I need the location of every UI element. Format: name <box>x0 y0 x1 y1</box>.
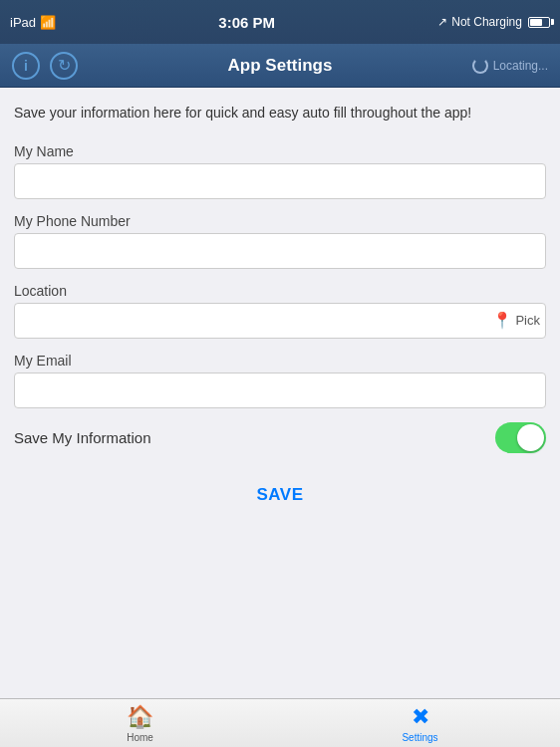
carrier-label: iPad <box>10 15 36 30</box>
email-field-group: My Email <box>14 353 546 408</box>
pin-icon: 📍 <box>492 311 512 330</box>
info-button[interactable]: i <box>12 52 40 80</box>
email-input[interactable] <box>14 373 546 408</box>
tab-settings[interactable]: ✖ Settings <box>280 700 560 747</box>
status-time: 3:06 PM <box>218 14 275 31</box>
phone-field-group: My Phone Number <box>14 213 546 269</box>
status-left: iPad 📶 <box>10 15 56 30</box>
location-field-group: Location 📍 Pick <box>14 283 546 339</box>
content-area: Save your information here for quick and… <box>0 88 560 698</box>
location-wrapper: 📍 Pick <box>14 303 546 339</box>
settings-tab-label: Settings <box>402 732 437 743</box>
name-input[interactable] <box>14 163 546 199</box>
home-tab-label: Home <box>127 732 153 743</box>
refresh-button[interactable]: ↻ <box>50 52 78 80</box>
home-icon: 🏠 <box>127 704 153 730</box>
nav-title: App Settings <box>228 56 333 76</box>
tab-bar: 🏠 Home ✖ Settings <box>0 698 560 747</box>
save-info-toggle[interactable] <box>495 422 546 453</box>
toggle-label: Save My Information <box>14 429 151 446</box>
intro-text: Save your information here for quick and… <box>14 104 546 124</box>
battery-icon <box>528 17 550 28</box>
pick-label: Pick <box>515 313 540 328</box>
save-button[interactable]: SAVE <box>14 477 546 513</box>
phone-label: My Phone Number <box>14 213 546 229</box>
toggle-thumb <box>517 424 544 451</box>
phone-input[interactable] <box>14 233 546 269</box>
location-arrow-icon: ↗ <box>437 15 447 29</box>
name-field-group: My Name <box>14 143 546 199</box>
locating-status: Locating... <box>472 58 548 74</box>
name-label: My Name <box>14 143 546 159</box>
toggle-row: Save My Information <box>14 422 546 453</box>
locating-spinner <box>472 58 488 74</box>
nav-bar: i ↻ App Settings Locating... <box>0 44 560 88</box>
locating-label: Locating... <box>493 59 548 73</box>
not-charging-label: Not Charging <box>451 15 522 29</box>
status-bar: iPad 📶 3:06 PM ↗ Not Charging <box>0 0 560 44</box>
pick-button[interactable]: 📍 Pick <box>492 311 540 330</box>
status-right: ↗ Not Charging <box>437 15 550 29</box>
wifi-icon: 📶 <box>40 15 56 30</box>
location-label: Location <box>14 283 546 299</box>
email-label: My Email <box>14 353 546 369</box>
nav-icons-left: i ↻ <box>12 52 78 80</box>
settings-icon: ✖ <box>412 704 429 730</box>
tab-home[interactable]: 🏠 Home <box>0 700 280 747</box>
location-input[interactable] <box>14 303 546 339</box>
